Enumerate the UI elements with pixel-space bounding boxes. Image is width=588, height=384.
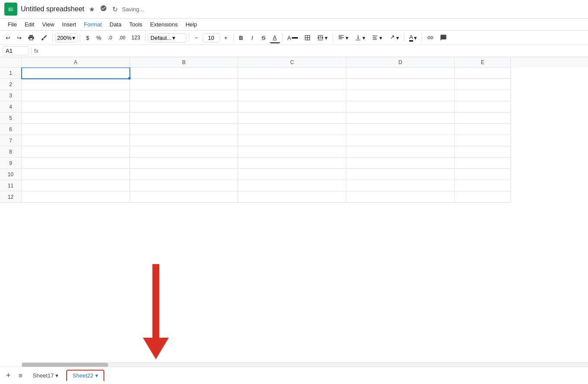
- strikethrough-button[interactable]: S: [258, 33, 269, 43]
- font-size-increase-button[interactable]: +: [221, 33, 231, 43]
- col-header-A[interactable]: A: [22, 57, 130, 68]
- menu-file[interactable]: File: [4, 19, 20, 29]
- cell-E12[interactable]: [455, 191, 511, 203]
- cell-C3[interactable]: [238, 90, 346, 101]
- col-header-C[interactable]: C: [238, 57, 346, 68]
- cell-E5[interactable]: [455, 113, 511, 124]
- undo-button[interactable]: ↩: [3, 33, 13, 43]
- row-number-3[interactable]: 3: [0, 90, 22, 101]
- cell-A2[interactable]: [22, 79, 130, 90]
- row-number-10[interactable]: 10: [0, 169, 22, 180]
- row-number-11[interactable]: 11: [0, 180, 22, 191]
- row-number-7[interactable]: 7: [0, 135, 22, 146]
- increase-decimals-button[interactable]: .00: [116, 33, 128, 42]
- menu-format[interactable]: Format: [81, 19, 105, 29]
- cell-A6[interactable]: [22, 124, 130, 135]
- cell-C7[interactable]: [238, 135, 346, 146]
- cell-C4[interactable]: [238, 101, 346, 113]
- cell-B12[interactable]: [130, 191, 238, 203]
- bold-button[interactable]: B: [236, 33, 246, 43]
- cell-D11[interactable]: [346, 180, 455, 191]
- cell-B9[interactable]: [130, 158, 238, 169]
- cell-A3[interactable]: [22, 90, 130, 101]
- row-number-1[interactable]: 1: [0, 68, 22, 79]
- cell-E1[interactable]: [455, 68, 511, 79]
- cell-B4[interactable]: [130, 101, 238, 113]
- currency-button[interactable]: $: [82, 33, 93, 43]
- italic-button[interactable]: I: [247, 33, 258, 43]
- cell-C9[interactable]: [238, 158, 346, 169]
- cell-A9[interactable]: [22, 158, 130, 169]
- cell-D5[interactable]: [346, 113, 455, 124]
- cell-D1[interactable]: [346, 68, 455, 79]
- formula-input[interactable]: [41, 48, 585, 54]
- cell-C10[interactable]: [238, 169, 346, 180]
- cell-E6[interactable]: [455, 124, 511, 135]
- align-button[interactable]: ▾: [335, 32, 351, 43]
- borders-button[interactable]: [301, 32, 313, 43]
- cell-E11[interactable]: [455, 180, 511, 191]
- comment-button[interactable]: [437, 32, 449, 43]
- row-number-4[interactable]: 4: [0, 101, 22, 113]
- print-button[interactable]: [25, 32, 37, 43]
- fill-color-button[interactable]: A: [285, 33, 301, 43]
- row-number-8[interactable]: 8: [0, 146, 22, 158]
- cell-handle[interactable]: [128, 77, 131, 80]
- cell-E4[interactable]: [455, 101, 511, 113]
- col-header-B[interactable]: B: [130, 57, 238, 68]
- cell-D2[interactable]: [346, 79, 455, 90]
- text-color-button[interactable]: A▾: [407, 32, 420, 43]
- cell-C8[interactable]: [238, 146, 346, 158]
- cell-A5[interactable]: [22, 113, 130, 124]
- percent-button[interactable]: %: [94, 33, 104, 43]
- underline-button[interactable]: A: [270, 32, 280, 43]
- cell-D8[interactable]: [346, 146, 455, 158]
- cell-C1[interactable]: [238, 68, 346, 79]
- cell-C2[interactable]: [238, 79, 346, 90]
- cell-E9[interactable]: [455, 158, 511, 169]
- cell-C12[interactable]: [238, 191, 346, 203]
- cell-B2[interactable]: [130, 79, 238, 90]
- font-selector[interactable]: Defaul... ▾: [148, 33, 187, 42]
- cell-D3[interactable]: [346, 90, 455, 101]
- cell-D7[interactable]: [346, 135, 455, 146]
- cell-D9[interactable]: [346, 158, 455, 169]
- zoom-selector[interactable]: 200% ▾: [55, 33, 78, 42]
- decrease-decimals-button[interactable]: .0: [105, 33, 115, 42]
- cell-B6[interactable]: [130, 124, 238, 135]
- cell-B10[interactable]: [130, 169, 238, 180]
- row-number-6[interactable]: 6: [0, 124, 22, 135]
- col-header-D[interactable]: D: [346, 57, 455, 68]
- cell-C6[interactable]: [238, 124, 346, 135]
- cell-A8[interactable]: [22, 146, 130, 158]
- wrap-button[interactable]: ▾: [369, 32, 385, 43]
- horizontal-scrollbar[interactable]: [22, 362, 588, 367]
- menu-view[interactable]: View: [39, 19, 58, 29]
- cell-B3[interactable]: [130, 90, 238, 101]
- row-number-9[interactable]: 9: [0, 158, 22, 169]
- cell-B11[interactable]: [130, 180, 238, 191]
- format-paint-button[interactable]: [38, 32, 50, 43]
- cell-E3[interactable]: [455, 90, 511, 101]
- cell-B1[interactable]: [130, 68, 238, 79]
- drive-icon[interactable]: [99, 4, 108, 14]
- menu-extensions[interactable]: Extensions: [147, 19, 181, 29]
- cell-B5[interactable]: [130, 113, 238, 124]
- font-size-input[interactable]: 10: [203, 33, 220, 42]
- cell-A11[interactable]: [22, 180, 130, 191]
- row-number-12[interactable]: 12: [0, 191, 22, 203]
- col-header-E[interactable]: E: [455, 57, 511, 68]
- star-icon[interactable]: ★: [88, 4, 96, 14]
- cell-E10[interactable]: [455, 169, 511, 180]
- cell-C11[interactable]: [238, 180, 346, 191]
- cell-D10[interactable]: [346, 169, 455, 180]
- redo-button[interactable]: ↪: [14, 33, 24, 43]
- number-format-button[interactable]: 123: [129, 33, 143, 42]
- cell-reference-input[interactable]: [3, 46, 29, 55]
- cell-D12[interactable]: [346, 191, 455, 203]
- menu-help[interactable]: Help: [182, 19, 200, 29]
- link-button[interactable]: [424, 32, 436, 43]
- cell-A4[interactable]: [22, 101, 130, 113]
- cell-A10[interactable]: [22, 169, 130, 180]
- menu-insert[interactable]: Insert: [58, 19, 80, 29]
